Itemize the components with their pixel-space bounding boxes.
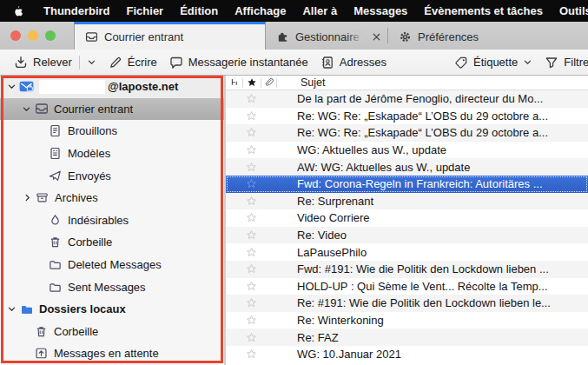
message-row[interactable]: AW: WG: Aktuelles aus W., update xyxy=(226,158,588,176)
sidebar-item-sent-messages[interactable]: Sent Messages xyxy=(0,275,224,298)
folder-label: Deleted Messages xyxy=(68,258,162,271)
sidebar-item-corbeille[interactable]: Corbeille xyxy=(0,231,224,254)
folder-filled-icon xyxy=(18,302,35,316)
star-icon[interactable] xyxy=(246,297,257,309)
tag-icon xyxy=(454,56,468,70)
sidebar-item-indesirables[interactable]: Indésirables xyxy=(0,209,224,232)
star-icon[interactable] xyxy=(246,93,257,104)
star-icon[interactable] xyxy=(246,162,257,173)
star-icon[interactable] xyxy=(246,315,257,326)
sidebar-item-courrier-entrant[interactable]: Courrier entrant xyxy=(0,98,224,121)
message-row[interactable]: Fwd: #191: Wie die Politik den Lockdown … xyxy=(226,261,588,278)
star-icon[interactable] xyxy=(246,127,257,138)
address-book-button[interactable]: Adresses xyxy=(314,52,393,73)
tab-preferences[interactable]: Préférences xyxy=(388,22,541,50)
star-column-header[interactable] xyxy=(243,77,261,88)
puzzle-icon xyxy=(276,30,289,43)
menu-edition[interactable]: Édition xyxy=(180,4,218,17)
message-row[interactable]: Video Corriere xyxy=(226,209,588,227)
archive-icon xyxy=(34,191,50,204)
message-row[interactable]: WG: 10.Januar 2021 xyxy=(226,346,588,363)
menu-aller-a[interactable]: Aller à xyxy=(302,4,337,17)
gear-icon xyxy=(399,30,412,43)
star-icon[interactable] xyxy=(246,212,257,223)
thunderbird-window: Thunderbird Fichier Édition Affichage Al… xyxy=(0,0,588,365)
message-row[interactable]: Re: WG: Re: „Eskapade“ L’OBS du 29 octob… xyxy=(226,124,588,142)
menu-fichier[interactable]: Fichier xyxy=(127,4,164,17)
sidebar-item-messages-en-attente[interactable]: Messages en attente xyxy=(0,342,224,365)
account-row[interactable]: @laposte.net xyxy=(0,76,224,98)
star-icon[interactable] xyxy=(246,196,257,207)
message-subject: WG: 10.Januar 2021 xyxy=(297,348,588,361)
message-row[interactable]: LaPausePhilo xyxy=(226,243,588,261)
sidebar-item-deleted-messages[interactable]: Deleted Messages xyxy=(0,254,224,276)
star-icon[interactable] xyxy=(246,263,257,275)
tab-courrier-entrant[interactable]: Courrier entrant xyxy=(74,22,266,50)
message-row[interactable]: Re: FAZ xyxy=(226,328,588,346)
attachment-column-header[interactable] xyxy=(261,77,276,88)
pencil-icon xyxy=(109,56,122,70)
star-icon[interactable] xyxy=(246,178,257,189)
message-row-selected[interactable]: Fwd: Corona-Regeln in Frankreich: Autori… xyxy=(226,176,588,193)
write-button[interactable]: Écrire xyxy=(102,52,163,73)
message-row[interactable]: Re: WG: Re: „Eskapade“ L’OBS du 29 octob… xyxy=(226,108,588,125)
message-subject: HOLD-UP : Qui Sème le Vent... Récolte la… xyxy=(297,280,588,293)
chevron-down-icon[interactable] xyxy=(87,57,96,67)
menu-messages[interactable]: Messages xyxy=(353,4,407,17)
instant-messaging-button[interactable]: Messagerie instantanée xyxy=(163,52,314,73)
star-icon[interactable] xyxy=(246,229,257,241)
minimize-window-button[interactable] xyxy=(28,30,38,41)
message-subject: Re: Video xyxy=(297,229,588,242)
twisty-closed-icon[interactable] xyxy=(21,193,34,202)
twisty-open-icon[interactable] xyxy=(5,82,18,91)
message-row[interactable]: HOLD-UP : Qui Sème le Vent... Récolte la… xyxy=(226,278,588,295)
message-row[interactable]: WG: Aktuelles aus W., update xyxy=(226,142,588,159)
star-icon[interactable] xyxy=(246,281,257,292)
zoom-window-button[interactable] xyxy=(45,30,56,41)
message-row[interactable]: Re: Winterkoning xyxy=(226,312,588,329)
tag-button[interactable]: Étiquette xyxy=(448,52,538,73)
get-messages-button[interactable]: Relever xyxy=(8,52,102,73)
star-icon[interactable] xyxy=(246,110,257,122)
message-subject: WG: Aktuelles aus W., update xyxy=(297,143,588,156)
folder-icon xyxy=(47,258,63,271)
quick-filter-button[interactable]: Filtre rapide xyxy=(538,52,588,73)
message-row[interactable]: Re: #191: Wie die Politik den Lockdown l… xyxy=(226,295,588,312)
folder-label: Archives xyxy=(55,191,98,204)
menu-affichage[interactable]: Affichage xyxy=(235,4,286,17)
close-tab-icon[interactable] xyxy=(371,31,382,43)
twisty-open-icon[interactable] xyxy=(5,304,18,314)
star-icon[interactable] xyxy=(246,144,257,156)
star-icon[interactable] xyxy=(246,332,257,343)
menu-outils[interactable]: Outils xyxy=(559,4,588,17)
quick-filter-label: Filtre rapide xyxy=(564,56,588,69)
sidebar-item-brouillons[interactable]: Brouillons xyxy=(0,120,224,143)
message-subject: Re: FAZ xyxy=(297,331,588,344)
message-subject: Re: #191: Wie die Politik den Lockdown l… xyxy=(297,296,588,309)
sidebar-item-archives[interactable]: Archives xyxy=(0,187,224,209)
sidebar-item-corbeille-locale[interactable]: Corbeille xyxy=(0,321,224,343)
chevron-down-icon[interactable] xyxy=(523,57,532,67)
menu-thunderbird[interactable]: Thunderbird xyxy=(43,4,110,17)
close-window-button[interactable] xyxy=(10,30,21,41)
message-row[interactable]: De la part de Jérôme Fenoglio, directeur… xyxy=(226,90,588,108)
menu-evenements[interactable]: Évènements et tâches xyxy=(424,4,543,17)
addresses-label: Adresses xyxy=(340,56,386,69)
button-divider xyxy=(79,56,80,70)
thread-column-header[interactable] xyxy=(226,77,242,88)
message-row[interactable]: Re: Video xyxy=(226,227,588,244)
folder-label: Corbeille xyxy=(68,236,112,249)
subject-column-header[interactable]: Sujet xyxy=(277,76,326,89)
sidebar-item-envoyes[interactable]: Envoyés xyxy=(0,164,224,187)
write-label: Écrire xyxy=(128,56,157,69)
twisty-open-icon[interactable] xyxy=(20,104,33,114)
message-subject: AW: WG: Aktuelles aus W., update xyxy=(297,161,588,174)
sidebar-item-dossiers-locaux[interactable]: Dossiers locaux xyxy=(0,298,224,321)
star-icon[interactable] xyxy=(246,247,257,258)
star-icon[interactable] xyxy=(246,348,257,360)
trash-icon xyxy=(33,325,50,338)
tab-gestionnaire-modules[interactable]: Gestionnaire de modules xyxy=(266,22,387,50)
message-row[interactable]: Re: Surprenant xyxy=(226,193,588,210)
apple-menu-icon[interactable] xyxy=(12,4,24,18)
sidebar-item-modeles[interactable]: Modèles xyxy=(0,143,224,165)
